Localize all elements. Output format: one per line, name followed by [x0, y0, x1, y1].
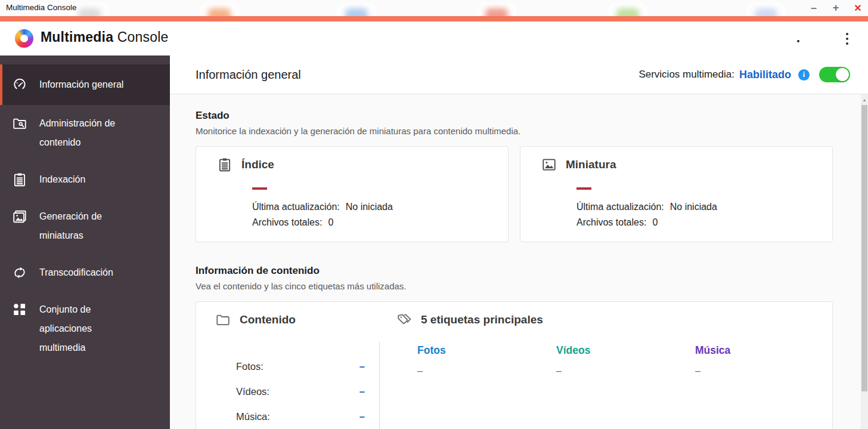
section-subtitle-contenido: Vea el contenido y las cinco etiquetas m… [196, 281, 833, 291]
sidebar: Información general Administración de co… [0, 55, 170, 429]
close-button[interactable]: ✕ [851, 2, 864, 15]
tag-column-videos: Vídeos – [556, 344, 695, 376]
tag-value: – [695, 366, 834, 376]
sidebar-item-indexacion[interactable]: Indexación [0, 161, 170, 198]
content-row-musica: Música: – [236, 410, 365, 424]
scroll-up-arrow-icon[interactable]: ▲ [861, 97, 868, 103]
app-header: Multimedia Console [0, 21, 868, 55]
last-update-row: Última actualización:No iniciada [252, 199, 496, 215]
background-app-icon [337, 2, 376, 16]
apps-grid-icon [12, 302, 27, 317]
last-update-value: No iniciada [670, 202, 717, 212]
content-row-videos: Vídeos: – [236, 385, 365, 399]
sidebar-item-transcodificacion[interactable]: Transcodificación [0, 254, 170, 291]
section-subtitle-estado: Monitorice la indexación y la generación… [196, 126, 833, 136]
services-label: Servicios multimedia: [638, 69, 734, 81]
content-row-fotos: Fotos: – [236, 360, 365, 374]
tag-value: – [417, 366, 556, 376]
content-pane: Contenido Fotos: – Vídeos: – Música: [196, 302, 379, 429]
tag-name: Fotos [417, 344, 556, 357]
last-update-row: Última actualización:No iniciada [576, 199, 820, 215]
tag-column-musica: Música – [695, 344, 834, 376]
background-app-icon [477, 2, 516, 16]
last-update-value: No iniciada [346, 202, 393, 212]
toggle-knob [836, 68, 849, 81]
clipboard-icon [12, 172, 27, 187]
sidebar-item-informacion-general[interactable]: Información general [0, 64, 170, 105]
total-files-value: 0 [652, 217, 658, 227]
total-files-value: 0 [328, 217, 333, 227]
multimedia-console-logo-icon [15, 29, 33, 48]
folder-icon [215, 312, 231, 328]
content-info-card: Contenido Fotos: – Vídeos: – Música: [196, 301, 833, 429]
background-app-icon [200, 2, 239, 16]
more-options-button[interactable] [841, 29, 854, 49]
tag-name: Música [695, 344, 834, 357]
tag-column-fotos: Fotos – [417, 344, 556, 376]
thumbnail-status-card: Miniatura Última actualización:No inicia… [520, 146, 833, 242]
tag-name: Vídeos [556, 344, 695, 357]
top-tags-pane: 5 etiquetas principales Fotos – Vídeos –… [380, 302, 832, 429]
total-files-row: Archivos totales:0 [576, 215, 820, 230]
window-title: Multimedia Console [6, 3, 77, 12]
sidebar-item-label: Información general [39, 75, 123, 94]
tag-value: – [556, 366, 695, 376]
thumbnails-icon [12, 209, 27, 224]
image-icon [541, 157, 557, 172]
card-title: Índice [241, 158, 274, 171]
app-title: Multimedia Console [41, 29, 169, 45]
content-value: – [359, 410, 365, 424]
accent-stripe [0, 16, 868, 21]
card-title: Miniatura [566, 158, 616, 171]
minimize-button[interactable]: – [807, 2, 820, 15]
folder-user-icon [12, 116, 27, 131]
scrollbar-thumb[interactable] [861, 105, 867, 391]
sidebar-item-administracion-de-contenido[interactable]: Administración de contenido [0, 105, 170, 161]
card-title: 5 etiquetas principales [421, 313, 543, 326]
background-app-icon [608, 2, 647, 16]
sidebar-item-label: Administración de contenido [39, 114, 136, 152]
sidebar-item-generacion-de-miniaturas[interactable]: Generación de miniaturas [0, 198, 170, 254]
services-status: Habilitado [739, 69, 791, 81]
page-header: Información general Servicios multimedia… [170, 55, 868, 94]
page-title: Información general [196, 68, 301, 82]
clipboard-icon [217, 157, 232, 172]
sidebar-item-label: Conjunto de aplicaciones multimedia [39, 300, 136, 357]
status-dash [252, 187, 267, 190]
window-controls: – + ✕ [807, 0, 864, 16]
scrollbar[interactable]: ▲ [861, 94, 868, 429]
sidebar-item-label: Indexación [39, 170, 85, 189]
os-titlebar: Multimedia Console – + ✕ [0, 0, 868, 16]
main-panel: Información general Servicios multimedia… [170, 55, 868, 429]
total-files-row: Archivos totales:0 [252, 215, 496, 230]
header-dot-icon [797, 40, 799, 42]
sidebar-item-label: Generación de miniaturas [39, 207, 136, 245]
content-value: – [359, 385, 365, 399]
info-icon[interactable]: i [798, 69, 810, 81]
background-app-icon [746, 2, 786, 16]
section-title-informacion-de-contenido: Información de contenido [196, 265, 833, 277]
index-status-card: Índice Última actualización:No iniciada … [196, 146, 509, 242]
content-area: Estado Monitorice la indexación y la gen… [170, 94, 868, 429]
transcode-icon [12, 265, 27, 280]
status-dash [576, 187, 591, 190]
section-title-estado: Estado [196, 110, 833, 122]
card-title: Contenido [240, 313, 296, 326]
sidebar-item-label: Transcodificación [39, 263, 113, 282]
tags-icon [396, 312, 412, 328]
services-toggle[interactable] [819, 67, 850, 82]
content-value: – [359, 360, 365, 374]
gauge-icon [12, 77, 27, 92]
status-cards-row: Índice Última actualización:No iniciada … [196, 146, 833, 242]
sidebar-item-conjunto-de-aplicaciones-multimedia[interactable]: Conjunto de aplicaciones multimedia [0, 291, 170, 366]
maximize-button[interactable]: + [829, 2, 842, 15]
